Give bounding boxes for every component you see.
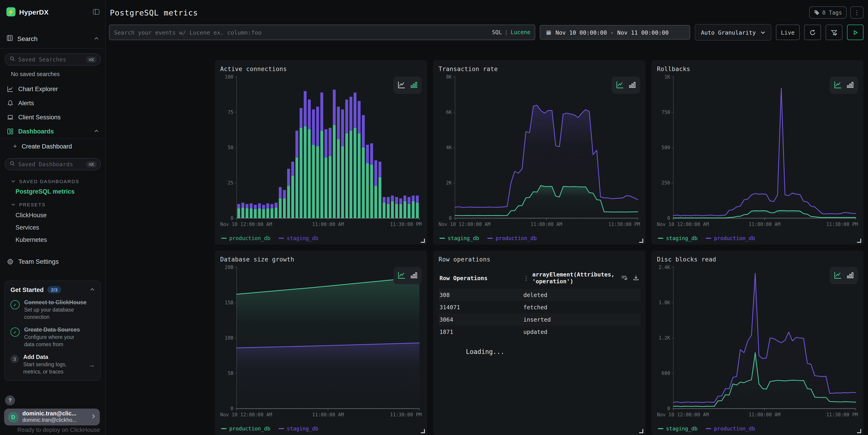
bar-chart-toggle-icon[interactable] (410, 81, 417, 90)
chart-disc-blocks-read[interactable]: 06001.2K1.8K2.4KNov 10 12:00:00 AM11:00:… (657, 264, 858, 425)
play-icon (852, 29, 858, 35)
search-placeholder: Search your events w/ Lucene ex. column:… (114, 29, 492, 36)
bar-chart-toggle-icon[interactable] (846, 81, 854, 90)
sidebar-item-alerts[interactable]: Alerts (0, 96, 105, 110)
get-started-item-sources[interactable]: ✓ Create Data Sources Configure where yo… (10, 327, 95, 348)
bar-chart-toggle-icon[interactable] (410, 271, 417, 280)
saved-dashboards-input[interactable]: Saved Dashboards ⌘K (5, 158, 101, 170)
chart-legend: staging_dbproduction_db (439, 234, 640, 243)
panel-resize-handle[interactable] (639, 429, 643, 433)
svg-text:100: 100 (225, 74, 234, 80)
panel-resize-handle[interactable] (639, 239, 643, 243)
run-query-button[interactable] (847, 25, 863, 40)
sidebar-section-search[interactable]: Search (0, 29, 105, 48)
sidebar-item-postgresql-metrics[interactable]: PostgreSQL metrics (0, 186, 105, 197)
legend-item[interactable]: staging_db (439, 235, 479, 241)
sidebar-item-clickhouse[interactable]: ClickHouse (0, 209, 105, 221)
search-icon (9, 161, 15, 168)
help-button[interactable]: ? (5, 395, 15, 405)
table-row[interactable]: 308deleted (439, 289, 640, 301)
chart-transaction-rate[interactable]: 02K4K6K8KNov 10 12:00:00 AM11:00:00 AM11… (439, 73, 640, 234)
svg-text:0: 0 (667, 406, 670, 411)
dashboard-grid: Active connections 0255075100Nov 10 12:0… (215, 60, 863, 435)
svg-text:Nov 10 12:00:00 AM: Nov 10 12:00:00 AM (657, 222, 709, 227)
svg-text:8K: 8K (446, 74, 452, 80)
sidebar-item-services[interactable]: Services (0, 221, 105, 234)
sidebar-item-chart-explorer[interactable]: Chart Explorer (0, 82, 105, 96)
arrow-right-icon: → (88, 361, 95, 368)
sidebar-item-dashboards[interactable]: Dashboards (0, 124, 105, 138)
time-range-picker[interactable]: Nov 10 00:00:00 - Nov 11 00:00:00 (540, 25, 690, 40)
user-menu[interactable]: D dominic.tran@clic... dominic.tran@clic… (4, 409, 100, 426)
filter-button[interactable] (826, 25, 842, 40)
get-started-title: Get Started (10, 286, 44, 293)
create-dashboard-button[interactable]: ＋ Create Dashboard (0, 139, 105, 154)
sidebar-collapse-icon[interactable] (93, 8, 100, 15)
chevron-up-icon[interactable] (90, 286, 95, 293)
line-chart-toggle-icon[interactable] (834, 80, 842, 90)
svg-text:11:30:00 PM: 11:30:00 PM (390, 412, 422, 417)
refresh-button[interactable] (804, 25, 821, 40)
bar-chart-toggle-icon[interactable] (846, 271, 854, 280)
svg-text:0: 0 (230, 406, 234, 411)
line-chart-toggle-icon[interactable] (398, 80, 406, 90)
line-chart-toggle-icon[interactable] (616, 80, 624, 90)
legend-item[interactable]: production_db (221, 426, 270, 432)
legend-item[interactable]: production_db (706, 426, 755, 432)
get-started-item-connect[interactable]: ✓ Connect to ClickHouse Set up your data… (10, 299, 95, 321)
sidebar-item-team-settings[interactable]: Team Settings (0, 254, 105, 269)
line-chart-toggle-icon[interactable] (398, 271, 406, 280)
legend-item[interactable]: production_db (488, 235, 537, 241)
panel-resize-handle[interactable] (421, 239, 425, 243)
page-title: PostgreSQL metrics (110, 8, 198, 17)
table-header-row-operations[interactable]: Row Operations (439, 274, 523, 281)
chart-rollbacks[interactable]: 02505007501KNov 10 12:00:00 AM11:00:00 A… (657, 73, 858, 234)
presets-header[interactable]: PRESETS (0, 197, 105, 209)
table-row[interactable]: 3064inserted (439, 313, 640, 326)
more-options-button[interactable]: ⋮ (850, 6, 863, 19)
legend-item[interactable]: staging_db (279, 235, 318, 241)
event-search-input[interactable]: Search your events w/ Lucene ex. column:… (109, 25, 535, 40)
panel-resize-handle[interactable] (857, 429, 861, 433)
table-header-expression[interactable]: arrayElement(Attributes, 'operation') (532, 271, 621, 285)
legend-item[interactable]: production_db (706, 235, 755, 241)
tags-button[interactable]: 0 Tags (809, 6, 846, 19)
download-icon[interactable] (633, 275, 639, 281)
bar-chart-toggle-icon[interactable] (629, 81, 636, 90)
svg-text:25: 25 (228, 180, 234, 186)
chart-active-connections[interactable]: 0255075100Nov 10 12:00:00 AM11:00:00 AM1… (220, 73, 422, 234)
table-row[interactable]: 314071fetched (439, 301, 640, 313)
lucene-toggle[interactable]: Lucene (510, 29, 530, 36)
granularity-select[interactable]: Auto Granularity (695, 24, 771, 40)
svg-text:11:30:00 PM: 11:30:00 PM (390, 222, 422, 227)
chart-database-size-growth[interactable]: 05B10B15B20BNov 10 12:00:00 AM11:00:00 A… (220, 264, 422, 425)
wrap-lines-icon[interactable] (621, 275, 627, 281)
sql-toggle[interactable]: SQL (492, 29, 502, 36)
tag-icon (813, 9, 819, 15)
table-row[interactable]: 1871updated (439, 326, 640, 338)
svg-text:250: 250 (661, 180, 670, 186)
panel-active-connections: Active connections 0255075100Nov 10 12:0… (215, 60, 427, 244)
sidebar-item-kubernetes[interactable]: Kubernetes (0, 234, 105, 246)
chart-type-toggle (394, 267, 422, 284)
saved-searches-input[interactable]: Saved Searches ⌘K (5, 53, 101, 66)
svg-text:Nov 10 12:00:00 AM: Nov 10 12:00:00 AM (657, 412, 709, 417)
search-icon (9, 56, 15, 63)
saved-searches-placeholder: Saved Searches (18, 56, 83, 63)
get-started-card: Get Started 2/3 ✓ Connect to ClickHouse … (5, 280, 101, 381)
legend-item[interactable]: production_db (221, 235, 270, 241)
svg-text:15B: 15B (225, 300, 234, 305)
sidebar-item-client-sessions[interactable]: Client Sessions (0, 110, 105, 124)
svg-text:1K: 1K (664, 74, 671, 80)
legend-item[interactable]: staging_db (658, 426, 698, 432)
saved-dashboards-header[interactable]: SAVED DASHBOARDS (0, 174, 105, 186)
live-button[interactable]: Live (776, 25, 800, 40)
svg-text:Nov 10 12:00:00 AM: Nov 10 12:00:00 AM (220, 412, 272, 417)
column-drag-handle[interactable]: ⋮ (523, 274, 529, 281)
line-chart-toggle-icon[interactable] (834, 271, 842, 280)
panel-resize-handle[interactable] (857, 239, 861, 243)
panel-resize-handle[interactable] (421, 429, 425, 433)
legend-item[interactable]: staging_db (658, 235, 698, 241)
legend-item[interactable]: staging_db (279, 426, 318, 432)
get-started-item-add-data[interactable]: 3 Add Data Start sending logs, metrics, … (10, 354, 95, 375)
